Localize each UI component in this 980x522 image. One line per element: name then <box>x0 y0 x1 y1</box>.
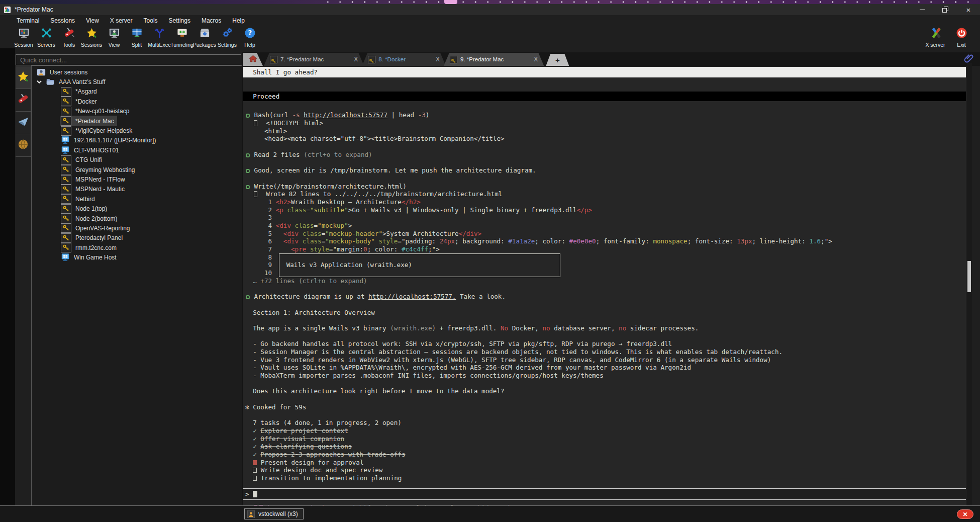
toolbar-settings-button[interactable]: Settings <box>216 27 239 48</box>
globe-icon <box>17 138 29 152</box>
session-item-netbird[interactable]: Netbird <box>32 194 242 204</box>
key-icon <box>61 204 71 214</box>
session-item-clt-vmhost01[interactable]: CLT-VMHOST01 <box>32 145 242 155</box>
toolbar-multiexec-button[interactable]: MultiExec <box>148 27 171 48</box>
rail-swiss-knife-tools[interactable] <box>16 89 31 112</box>
session-item-aaa-vantz-s-stuff[interactable]: AAA Vantz's Stuff <box>32 77 242 86</box>
key-icon <box>61 87 71 97</box>
menu-tools[interactable]: Tools <box>138 17 163 24</box>
assistant-bullet-icon <box>246 169 250 173</box>
user-session-button[interactable]: vstockwell (x3) <box>244 508 304 519</box>
swiss-knife-tools-icon <box>17 93 29 107</box>
mobaxterm-window: *Predator Mac × TerminalSessionsViewX se… <box>0 4 980 522</box>
key-icon <box>61 233 71 243</box>
menu-sessions[interactable]: Sessions <box>45 17 80 24</box>
tab-close-icon[interactable]: X <box>534 56 538 63</box>
menu-terminal[interactable]: Terminal <box>11 17 45 24</box>
user-reply-band: Proceed <box>243 92 966 101</box>
key-icon <box>450 56 457 63</box>
tab-9-predator-mac[interactable]: 9. *Predator MacX <box>444 53 544 66</box>
session-item-ctg-unifi[interactable]: CTG Unifi <box>32 155 242 165</box>
menu-view[interactable]: View <box>80 17 105 24</box>
key-icon <box>61 116 71 126</box>
terminal-scrollbar[interactable] <box>967 63 972 505</box>
key-icon <box>61 223 71 233</box>
session-item-node-2-bottom-[interactable]: Node 2(bottom) <box>32 214 242 223</box>
desktop-strip-highlight <box>444 0 457 4</box>
toolbar-exit-button[interactable]: Exit <box>950 27 973 48</box>
toolbar-x-server-button[interactable]: X server <box>924 27 947 48</box>
tunneling-icon <box>176 27 188 41</box>
session-item-192-168-1-107-ups-monitor-[interactable]: 192.168.1.107 ([UPS-Monitor]) <box>32 136 242 145</box>
menu-x-server[interactable]: X server <box>105 17 138 24</box>
toolbar-view-button[interactable]: View <box>103 27 126 48</box>
rail-paper-plane[interactable] <box>16 112 31 134</box>
quick-connect-input[interactable] <box>16 54 241 65</box>
key-icon <box>61 165 71 175</box>
terminal-link[interactable]: http://localhost:57577 <box>304 111 387 119</box>
menu-bar: TerminalSessionsViewX serverToolsSetting… <box>0 15 980 26</box>
session-item-greyming-webhosting[interactable]: Greyming Webhosting <box>32 165 242 175</box>
session-item-win-game-host[interactable]: Win Game Host <box>32 252 242 262</box>
session-item--docker[interactable]: *Docker <box>32 97 242 106</box>
key-icon <box>61 214 71 223</box>
minimize-button[interactable] <box>911 4 934 15</box>
packages-icon <box>199 27 211 41</box>
session-item-mspnerd-mautic[interactable]: MSPNerd - Mautic <box>32 185 242 194</box>
tab-close-icon[interactable]: X <box>354 56 358 63</box>
toolbar-help-button[interactable]: ?Help <box>238 27 261 48</box>
assistant-bullet-icon <box>246 153 250 157</box>
desktop-strip-dots <box>322 1 975 3</box>
session-item-pterodactyl-panel[interactable]: Pterodactyl Panel <box>32 233 242 243</box>
status-close-button[interactable]: ✕ <box>957 509 973 519</box>
key-icon <box>61 185 71 194</box>
menu-help[interactable]: Help <box>227 17 250 24</box>
toolbar-servers-button[interactable]: Servers <box>35 27 58 48</box>
session-item--predator-mac[interactable]: *Predator Mac <box>32 116 242 126</box>
toolbar-tools-button[interactable]: Tools <box>57 27 80 48</box>
attachments-paperclip-icon[interactable] <box>964 53 974 63</box>
rail-star-favorites[interactable] <box>16 66 31 89</box>
sidebar-left-gutter <box>0 48 15 505</box>
tab-8-docker[interactable]: 8. *DockerX <box>362 53 446 66</box>
terminal-output[interactable]: Shall I go ahead? Proceed Bash(curl -s h… <box>243 67 966 505</box>
scrollbar-thumb[interactable] <box>967 261 971 292</box>
close-button[interactable]: × <box>957 4 980 15</box>
toolbar-tunneling-button[interactable]: Tunneling <box>170 27 193 48</box>
paper-plane-icon <box>17 116 29 130</box>
tab-new-button[interactable]: + <box>546 54 569 66</box>
assistant-bullet-icon <box>246 185 250 189</box>
session-item--asgard[interactable]: *Asgard <box>32 87 242 97</box>
session-item-openvas-reporting[interactable]: OpenVAS-Reporting <box>32 223 242 233</box>
session-item--vigilcyber-helpdesk[interactable]: *VigilCyber-Helpdesk <box>32 126 242 135</box>
session-icon <box>18 27 30 41</box>
tab-home[interactable] <box>243 53 263 66</box>
rail-globe[interactable] <box>16 134 31 157</box>
toolbar-session-button[interactable]: Session <box>12 27 35 48</box>
menu-settings[interactable]: Settings <box>163 17 196 24</box>
chevron-down-icon[interactable] <box>36 78 43 85</box>
toolbar-split-button[interactable]: Split <box>125 27 148 48</box>
toolbar-packages-button[interactable]: Packages <box>193 27 216 48</box>
tab-close-icon[interactable]: X <box>436 56 440 63</box>
session-item-mspnerd-itflow[interactable]: MSPNerd - ITFlow <box>32 175 242 184</box>
terminal-prompt[interactable]: > <box>243 488 966 500</box>
key-icon <box>61 107 71 116</box>
session-item-node-1-top-[interactable]: Node 1(top) <box>32 204 242 213</box>
restore-button[interactable] <box>934 4 957 15</box>
servers-icon <box>41 27 52 41</box>
tab-7-predator-mac[interactable]: 7. *Predator MacX <box>264 53 364 66</box>
help-icon: ? <box>244 27 256 41</box>
session-item-rmm-t2cnc-com[interactable]: rmm.t2cnc.com <box>32 243 242 252</box>
cursor <box>253 491 257 497</box>
rdp-icon <box>61 253 70 262</box>
session-item--new-cp01-heistacp[interactable]: *New-cp01-heistacp <box>32 107 242 116</box>
view-icon <box>109 27 120 41</box>
key-icon <box>270 56 277 63</box>
key-icon <box>61 97 71 106</box>
menu-macros[interactable]: Macros <box>196 17 227 24</box>
toolbar-sessions-button[interactable]: Sessions <box>80 27 103 48</box>
key-icon <box>61 194 71 204</box>
session-item-user-sessions[interactable]: User sessions <box>32 67 242 77</box>
terminal-link[interactable]: http://localhost:57577. <box>368 293 456 300</box>
